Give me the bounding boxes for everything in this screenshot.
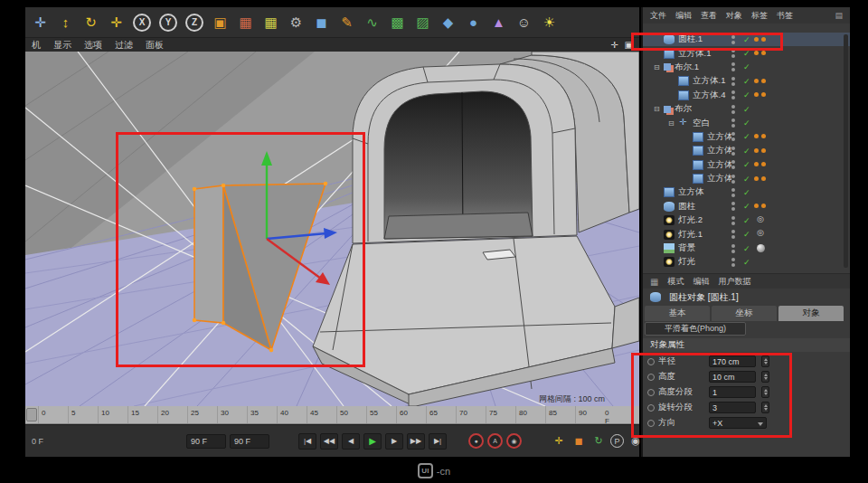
visibility-dots[interactable]	[731, 76, 737, 87]
object-tag[interactable]	[754, 146, 770, 156]
enabled-check-icon[interactable]: ✓	[743, 132, 754, 141]
visibility-dots[interactable]	[731, 146, 737, 156]
viewport-menu-item[interactable]: 显示	[53, 39, 71, 52]
object-tag[interactable]	[754, 48, 770, 59]
timeline-tick[interactable]: 5	[68, 406, 98, 423]
extrude-icon[interactable]: ▨	[411, 11, 434, 34]
object-tag[interactable]	[754, 174, 770, 185]
tree-row[interactable]: ⊟ 空白 ✓	[643, 116, 850, 129]
subdivision-icon[interactable]: ▩	[386, 11, 409, 34]
object-tag[interactable]	[754, 62, 770, 72]
viewport-menu-item[interactable]: 选项	[84, 39, 102, 52]
attribute-tab[interactable]: 对象	[778, 306, 844, 321]
goto-end-button[interactable]: ▶|	[429, 433, 447, 450]
object-tag[interactable]	[754, 104, 770, 115]
animation-dot-icon[interactable]	[647, 374, 655, 381]
z-lock-icon[interactable]: Z	[185, 14, 203, 32]
tree-row[interactable]: 立方体 ✓	[643, 185, 850, 199]
enabled-check-icon[interactable]: ✓	[743, 216, 754, 225]
tree-row[interactable]: 立方体.3 ✓	[643, 130, 850, 144]
visibility-dots[interactable]	[731, 187, 737, 198]
panel-window-icon[interactable]: ▤	[835, 11, 843, 20]
tree-row[interactable]: 灯光.2 ✓	[643, 213, 850, 227]
enabled-check-icon[interactable]: ✓	[743, 244, 754, 253]
visibility-dots[interactable]	[731, 131, 737, 142]
stepper-arrows[interactable]	[761, 402, 769, 413]
timeline-tick[interactable]: 15	[127, 406, 157, 423]
viewport-canvas[interactable]	[25, 52, 639, 406]
viewport-menu-item[interactable]: 机	[32, 39, 41, 52]
enabled-check-icon[interactable]: ✓	[743, 147, 754, 156]
visibility-dots[interactable]	[731, 118, 737, 128]
primitive-cube-icon[interactable]: ◼	[310, 11, 333, 34]
timeline-tick[interactable]: 85	[545, 406, 575, 423]
animation-dot-icon[interactable]	[647, 404, 655, 412]
viewport-menu-item[interactable]: 面板	[146, 39, 164, 52]
object-tag[interactable]	[754, 201, 770, 212]
timeline-tick[interactable]: 75	[486, 406, 515, 423]
animation-dot-icon[interactable]	[647, 358, 655, 365]
next-key-button[interactable]: ▶▶	[407, 433, 425, 450]
timeline-tick[interactable]: 30	[217, 406, 247, 423]
visibility-dots[interactable]	[731, 257, 737, 268]
timeline-tick[interactable]: 60	[396, 406, 426, 423]
visibility-dots[interactable]	[731, 215, 737, 226]
property-value-field[interactable]: 1	[709, 386, 756, 398]
enabled-check-icon[interactable]: ✓	[743, 35, 754, 44]
enabled-check-icon[interactable]: ✓	[743, 175, 754, 184]
sphere-icon[interactable]: ●	[462, 11, 485, 34]
timeline-tick[interactable]: 50	[336, 406, 366, 423]
object-tag[interactable]	[754, 215, 770, 226]
timeline-ruler[interactable]: 0 5 10 15 20 25 30 35 40 45 50 55 60 65 …	[25, 406, 639, 424]
enabled-check-icon[interactable]: ✓	[743, 258, 754, 267]
object-tag[interactable]	[754, 229, 770, 240]
tree-row[interactable]: ⊟ 布尔.1 ✓	[643, 61, 850, 74]
timeline-tick[interactable]: 65	[426, 406, 456, 423]
object-tag[interactable]	[754, 90, 770, 100]
timeline-tick[interactable]: 25	[187, 406, 217, 423]
visibility-dots[interactable]	[731, 62, 737, 72]
enabled-check-icon[interactable]: ✓	[743, 49, 754, 58]
tree-row[interactable]: 立方体.4 ✓	[643, 89, 850, 102]
expand-toggle[interactable]: ⊟	[654, 63, 664, 71]
timeline-tick[interactable]: 55	[366, 406, 396, 423]
render-view-icon[interactable]: ▦	[234, 11, 257, 34]
scale-key-icon[interactable]: ◼	[571, 433, 587, 450]
attribute-tab[interactable]: 基本	[645, 306, 710, 321]
record-options-button[interactable]: ◉	[506, 433, 522, 449]
scale-tool-icon[interactable]: ↕	[54, 11, 77, 34]
object-manager-menu-item[interactable]: 文件	[650, 10, 666, 22]
object-tag[interactable]	[754, 118, 770, 128]
timeline-tick[interactable]: 20	[157, 406, 187, 423]
object-manager-menu-item[interactable]: 标签	[751, 10, 768, 22]
timeline-tick[interactable]: 35	[247, 406, 277, 423]
tree-row[interactable]: 背景 ✓	[643, 242, 850, 255]
visibility-dots[interactable]	[731, 174, 737, 185]
timeline-playhead[interactable]	[26, 408, 37, 421]
tree-row[interactable]: 立方体.1 ✓	[643, 46, 850, 60]
tree-row[interactable]: 立方体.2 ✓	[643, 144, 850, 157]
object-tag[interactable]	[754, 131, 770, 142]
animation-dot-icon[interactable]	[647, 389, 655, 396]
timeline-tick[interactable]: 90	[575, 406, 605, 423]
volume-icon[interactable]: ◆	[437, 11, 459, 34]
tree-row[interactable]: 立方体.1 ✓	[643, 74, 850, 88]
rotation-key-icon[interactable]: ↻	[590, 433, 607, 450]
tree-row[interactable]: 灯光.1 ✓	[643, 227, 850, 241]
enabled-check-icon[interactable]: ✓	[743, 105, 754, 114]
object-tag[interactable]	[754, 34, 770, 45]
visibility-dots[interactable]	[731, 201, 737, 212]
mode-grid-icon[interactable]: ▦	[650, 277, 658, 287]
object-manager-menu-item[interactable]: 查看	[701, 10, 717, 22]
object-manager-menu-item[interactable]: 编辑	[675, 10, 692, 22]
enabled-check-icon[interactable]: ✓	[743, 118, 754, 128]
timeline-tick[interactable]: 80	[515, 406, 545, 423]
last-tool-icon[interactable]: ✛	[105, 11, 127, 34]
tree-row[interactable]: 立方体.4 ✓	[643, 172, 850, 185]
object-tag[interactable]	[754, 243, 770, 254]
visibility-dots[interactable]	[731, 159, 737, 170]
object-manager-menu-item[interactable]: 书签	[777, 10, 793, 22]
object-tag[interactable]	[754, 187, 770, 198]
enabled-check-icon[interactable]: ✓	[743, 188, 754, 197]
expand-toggle[interactable]: ⊟	[668, 119, 678, 128]
